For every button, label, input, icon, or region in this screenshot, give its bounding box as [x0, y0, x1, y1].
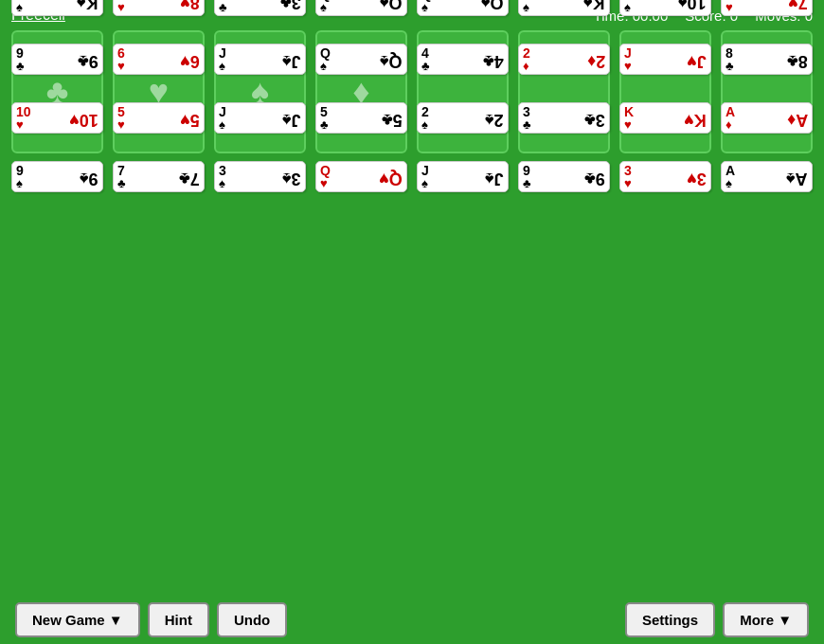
more-button[interactable]: More ▼	[723, 602, 809, 637]
card[interactable]: 3♠3♠	[214, 161, 306, 192]
card[interactable]: A♦A♦	[721, 102, 813, 134]
card[interactable]: Q♠Q♠	[315, 0, 407, 16]
card[interactable]: 2♦2♦	[518, 44, 610, 75]
undo-button[interactable]: Undo	[217, 602, 287, 637]
new-game-button[interactable]: New Game ▼	[15, 602, 140, 637]
game-area: ♣ ♥ ♠ ♦ 9♠9♠ 10♥10♥ 9♣9♣ K♠K♠ 8♠8♠ 5♠5♠ …	[0, 30, 824, 161]
card[interactable]: 7♣7♣	[113, 161, 205, 192]
card[interactable]: Q♠Q♠	[417, 0, 509, 16]
card[interactable]: K♥K♥	[619, 102, 711, 134]
card[interactable]: 2♠2♠	[417, 102, 509, 134]
settings-button[interactable]: Settings	[625, 602, 715, 637]
card[interactable]: 5♥5♥	[113, 102, 205, 134]
footer-left: New Game ▼ Hint Undo	[15, 602, 287, 637]
card[interactable]: J♠J♠	[417, 161, 509, 192]
card[interactable]: 4♣4♣	[417, 44, 509, 75]
footer-right: Settings More ▼	[625, 602, 809, 637]
card[interactable]: J♠J♠	[214, 44, 306, 75]
footer: New Game ▼ Hint Undo Settings More ▼	[0, 595, 824, 644]
card[interactable]: J♥J♥	[619, 44, 711, 75]
card[interactable]: Q♥Q♥	[315, 161, 407, 192]
card[interactable]: 9♠9♠	[11, 161, 103, 192]
card[interactable]: 5♣5♣	[315, 102, 407, 134]
card[interactable]: Q♠Q♠	[315, 44, 407, 75]
card[interactable]: K♠K♠	[518, 0, 610, 16]
card[interactable]: J♠J♠	[214, 102, 306, 134]
card[interactable]: 8♣8♣	[721, 44, 813, 75]
card[interactable]: 3♣3♣	[518, 102, 610, 134]
card[interactable]: 3♥3♥	[619, 161, 711, 192]
card[interactable]: K♠K♠	[11, 0, 103, 16]
card[interactable]: 3♣3♣	[214, 0, 306, 16]
card[interactable]: 6♥6♥	[113, 44, 205, 75]
card[interactable]: 8♥8♥	[113, 0, 205, 16]
card[interactable]: A♠A♠	[721, 161, 813, 192]
card[interactable]: 9♣9♣	[518, 161, 610, 192]
card[interactable]: 10♠10♠	[619, 0, 711, 16]
card[interactable]: 9♣9♣	[11, 44, 103, 75]
hint-button[interactable]: Hint	[148, 602, 209, 637]
card[interactable]: 7♥7♥	[721, 0, 813, 16]
card[interactable]: 10♥10♥	[11, 102, 103, 134]
